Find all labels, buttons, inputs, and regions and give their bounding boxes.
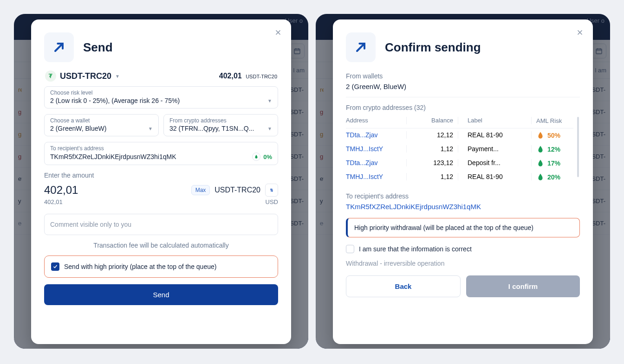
aml-pct: 20% bbox=[547, 173, 560, 181]
swap-currency-icon[interactable] bbox=[265, 184, 278, 197]
confirm-checkbox-row[interactable]: I am sure that the information is correc… bbox=[346, 245, 580, 253]
flame-icon bbox=[536, 173, 545, 181]
amount-unit: USDT-TRC20 bbox=[214, 186, 260, 194]
balance-unit: USDT-TRC20 bbox=[246, 74, 277, 79]
button-row: Back I confirm bbox=[346, 275, 580, 297]
label-cell: Deposit fr... bbox=[463, 159, 526, 167]
panel-left: User o l am requirUSDT-g erroUSDT-gation… bbox=[14, 14, 308, 349]
address-link[interactable]: TMHJ...IsctY bbox=[346, 145, 402, 153]
chevron-down-icon: ▼ bbox=[115, 74, 120, 79]
max-button[interactable]: Max bbox=[191, 185, 210, 195]
enter-amount-label: Enter the amount bbox=[44, 172, 278, 179]
close-icon[interactable] bbox=[273, 27, 284, 38]
fee-note: Transaction fee will be calculated autom… bbox=[44, 242, 278, 249]
risk-label: Choose risk level bbox=[50, 89, 272, 96]
flame-icon bbox=[536, 159, 545, 167]
from-label: From crypto addresses bbox=[169, 117, 272, 124]
from-wallets-value: 2 (GreenW, BlueW) bbox=[346, 83, 580, 90]
token-selector[interactable]: ₮ USDT-TRC20 ▼ bbox=[45, 70, 120, 82]
from-value: 32 (TFRN...Qpyy, T1SN...Q... bbox=[169, 125, 264, 132]
send-modal: Send ₮ USDT-TRC20 ▼ 402,01 USDT-TRC20 bbox=[31, 19, 291, 344]
address-link[interactable]: TDta...Zjav bbox=[346, 131, 402, 140]
to-value: TKmR5fXZReLJDnkiKEjrdpusnWZ3hi1qMK bbox=[50, 153, 252, 160]
chevron-down-icon: ▼ bbox=[264, 126, 272, 131]
wallet-value: 2 (GreenW, BlueW) bbox=[50, 125, 144, 132]
label-cell: REAL 81-90 bbox=[463, 131, 526, 140]
token-name: USDT-TRC20 bbox=[60, 71, 111, 81]
confirm-checkbox-label: I am sure that the information is correc… bbox=[359, 245, 472, 253]
confirm-modal: Confirm sending From wallets 2 (GreenW, … bbox=[333, 19, 593, 344]
to-address-input[interactable]: To recipient's address TKmR5fXZReLJDnkiK… bbox=[44, 142, 278, 165]
sub-amount: 402,01 bbox=[44, 198, 63, 205]
modal-header: Confirm sending bbox=[346, 32, 580, 62]
send-button[interactable]: Send bbox=[44, 284, 278, 305]
to-label: To recipient's address bbox=[50, 145, 272, 152]
balance-cell: 1,12 bbox=[411, 145, 453, 153]
flame-icon bbox=[536, 131, 545, 140]
modal-title: Send bbox=[83, 40, 113, 55]
balance-cell: 1,12 bbox=[411, 173, 453, 181]
confirm-body: From wallets 2 (GreenW, BlueW) From cryp… bbox=[346, 70, 580, 344]
token-row: ₮ USDT-TRC20 ▼ 402,01 USDT-TRC20 bbox=[44, 70, 278, 86]
checkbox-empty-icon[interactable] bbox=[346, 245, 354, 253]
high-priority-callout: High priority withdrawal (will be placed… bbox=[346, 218, 580, 237]
confirm-button[interactable]: I confirm bbox=[466, 275, 580, 297]
th-aml: AML Risk bbox=[536, 117, 573, 124]
checkbox-checked-icon[interactable] bbox=[51, 262, 59, 271]
wallet-label: Choose a wallet bbox=[50, 117, 153, 124]
sub-unit: USD bbox=[266, 198, 278, 205]
th-address: Address bbox=[346, 117, 402, 124]
chevron-down-icon: ▼ bbox=[264, 98, 272, 103]
to-risk-badge: 0% bbox=[252, 153, 272, 161]
usdt-coin-icon: ₮ bbox=[45, 70, 56, 82]
address-link[interactable]: TDta...Zjav bbox=[346, 159, 402, 167]
wallet-select[interactable]: Choose a wallet 2 (GreenW, BlueW) ▼ bbox=[44, 114, 159, 136]
modal-overlay-send: Send ₮ USDT-TRC20 ▼ 402,01 USDT-TRC20 bbox=[14, 14, 308, 349]
to-address-link[interactable]: TKmR5fXZReLJDnkiKEjrdpusnWZ3hi1qMK bbox=[346, 203, 580, 211]
send-arrow-icon bbox=[346, 32, 376, 62]
token-balance: 402,01 USDT-TRC20 bbox=[219, 72, 277, 80]
chevron-down-icon: ▼ bbox=[144, 126, 153, 131]
divider bbox=[346, 97, 580, 97]
aml-cell: 50% bbox=[536, 131, 573, 140]
th-label: Label bbox=[463, 117, 526, 124]
aml-cell: 17% bbox=[536, 159, 573, 167]
irreversible-note: Withdrawal - irreversible operation bbox=[346, 260, 580, 267]
from-addresses-label: From crypto addresses (32) bbox=[346, 104, 580, 111]
high-priority-label: Send with high priority (place at the to… bbox=[64, 263, 216, 270]
table-row: TMHJ...IsctY 1,12 Payment... 12% bbox=[346, 142, 573, 156]
from-wallets-label: From wallets bbox=[346, 72, 580, 80]
send-form: ₮ USDT-TRC20 ▼ 402,01 USDT-TRC20 Choose … bbox=[44, 70, 278, 344]
address-table: Address Balance Label AML Risk TDta...Zj… bbox=[346, 117, 573, 184]
aml-cell: 20% bbox=[536, 173, 573, 181]
table-row: TDta...Zjav 12,12 REAL 81-90 50% bbox=[346, 128, 573, 142]
address-link[interactable]: TMHJ...IsctY bbox=[346, 173, 402, 181]
label-cell: Payment... bbox=[463, 145, 526, 153]
aml-pct: 12% bbox=[547, 146, 560, 153]
modal-header: Send bbox=[44, 32, 278, 62]
amount-input[interactable]: 402,01 bbox=[44, 184, 78, 197]
table-row: TDta...Zjav 123,12 Deposit fr... 17% bbox=[346, 156, 573, 170]
scrollbar[interactable] bbox=[577, 117, 579, 177]
panel-container: User o l am requirUSDT-g erroUSDT-gation… bbox=[0, 0, 624, 363]
amount-row: 402,01 Max USDT-TRC20 bbox=[44, 184, 278, 197]
risk-value: 2 (Low risk 0 - 25%), (Average risk 26 -… bbox=[50, 97, 264, 104]
high-priority-box[interactable]: Send with high priority (place at the to… bbox=[44, 255, 278, 278]
aml-cell: 12% bbox=[536, 145, 573, 153]
back-button[interactable]: Back bbox=[346, 275, 461, 297]
panel-right: User o l am requirUSDT-g erroUSDT-gation… bbox=[316, 14, 610, 349]
comment-input[interactable] bbox=[44, 214, 278, 235]
risk-level-select[interactable]: Choose risk level 2 (Low risk 0 - 25%), … bbox=[44, 86, 278, 109]
balance-cell: 12,12 bbox=[411, 131, 453, 140]
modal-title: Confirm sending bbox=[385, 40, 481, 55]
modal-overlay-confirm: Confirm sending From wallets 2 (GreenW, … bbox=[316, 14, 610, 349]
label-cell: REAL 81-90 bbox=[463, 173, 526, 181]
send-arrow-icon bbox=[44, 32, 74, 62]
close-icon[interactable] bbox=[574, 27, 585, 38]
amount-sub-row: 402,01 USD bbox=[44, 198, 278, 205]
balance-cell: 123,12 bbox=[411, 159, 453, 167]
balance-value: 402,01 bbox=[219, 72, 242, 80]
aml-pct: 17% bbox=[547, 160, 560, 167]
from-address-select[interactable]: From crypto addresses 32 (TFRN...Qpyy, T… bbox=[163, 114, 278, 136]
flame-icon bbox=[536, 145, 545, 153]
